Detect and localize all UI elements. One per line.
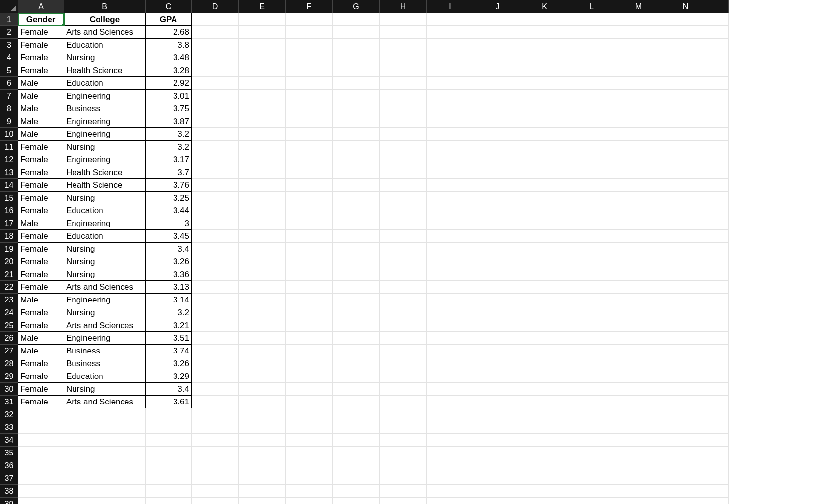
cell-extra-31[interactable] (709, 396, 729, 408)
cell-K34[interactable] (521, 434, 568, 447)
cell-extra-4[interactable] (709, 51, 729, 64)
cell-N4[interactable] (662, 51, 709, 64)
cell-A3[interactable]: Female (18, 39, 64, 51)
cell-L22[interactable] (568, 281, 615, 294)
cell-G18[interactable] (333, 230, 380, 243)
cell-G11[interactable] (333, 141, 380, 153)
cell-F30[interactable] (286, 383, 333, 396)
cell-B35[interactable] (64, 447, 146, 459)
cell-I37[interactable] (427, 472, 474, 485)
cell-A20[interactable]: Female (18, 255, 64, 268)
cell-E35[interactable] (239, 447, 286, 459)
cell-H8[interactable] (380, 102, 427, 115)
cell-D21[interactable] (192, 268, 239, 281)
cell-C21[interactable]: 3.36 (146, 268, 192, 281)
cell-B28[interactable]: Business (64, 357, 146, 370)
cell-E21[interactable] (239, 268, 286, 281)
cell-J3[interactable] (474, 39, 521, 51)
cell-B1[interactable]: College (64, 13, 146, 26)
cell-H12[interactable] (380, 153, 427, 166)
row-header-27[interactable]: 27 (0, 345, 18, 357)
cell-C35[interactable] (146, 447, 192, 459)
cell-F18[interactable] (286, 230, 333, 243)
cell-K8[interactable] (521, 102, 568, 115)
cell-extra-10[interactable] (709, 128, 729, 141)
cell-D23[interactable] (192, 294, 239, 306)
cell-F27[interactable] (286, 345, 333, 357)
cell-K32[interactable] (521, 408, 568, 421)
cell-N13[interactable] (662, 166, 709, 179)
cell-I10[interactable] (427, 128, 474, 141)
cell-I23[interactable] (427, 294, 474, 306)
cell-I21[interactable] (427, 268, 474, 281)
cell-extra-21[interactable] (709, 268, 729, 281)
cell-D15[interactable] (192, 192, 239, 204)
cell-B37[interactable] (64, 472, 146, 485)
cell-E22[interactable] (239, 281, 286, 294)
cell-N2[interactable] (662, 26, 709, 39)
cell-I6[interactable] (427, 77, 474, 90)
cell-D32[interactable] (192, 408, 239, 421)
cell-E17[interactable] (239, 217, 286, 230)
cell-K16[interactable] (521, 204, 568, 217)
cell-I35[interactable] (427, 447, 474, 459)
cell-J14[interactable] (474, 179, 521, 192)
cell-G34[interactable] (333, 434, 380, 447)
cell-A10[interactable]: Male (18, 128, 64, 141)
cell-M25[interactable] (615, 319, 662, 332)
cell-extra-2[interactable] (709, 26, 729, 39)
cell-extra-12[interactable] (709, 153, 729, 166)
row-header-24[interactable]: 24 (0, 306, 18, 319)
cell-H35[interactable] (380, 447, 427, 459)
cell-M27[interactable] (615, 345, 662, 357)
cell-B16[interactable]: Education (64, 204, 146, 217)
cell-M8[interactable] (615, 102, 662, 115)
cell-E16[interactable] (239, 204, 286, 217)
cell-A28[interactable]: Female (18, 357, 64, 370)
cell-C33[interactable] (146, 421, 192, 434)
cell-D16[interactable] (192, 204, 239, 217)
cell-F35[interactable] (286, 447, 333, 459)
cell-I19[interactable] (427, 243, 474, 255)
cell-C32[interactable] (146, 408, 192, 421)
cell-C16[interactable]: 3.44 (146, 204, 192, 217)
cell-B33[interactable] (64, 421, 146, 434)
cell-extra-23[interactable] (709, 294, 729, 306)
column-header-C[interactable]: C (146, 0, 192, 13)
cell-extra-35[interactable] (709, 447, 729, 459)
row-header-37[interactable]: 37 (0, 472, 18, 485)
cell-L5[interactable] (568, 64, 615, 77)
cell-L32[interactable] (568, 408, 615, 421)
cell-A5[interactable]: Female (18, 64, 64, 77)
cell-A34[interactable] (18, 434, 64, 447)
cell-J24[interactable] (474, 306, 521, 319)
cell-G23[interactable] (333, 294, 380, 306)
cell-C2[interactable]: 2.68 (146, 26, 192, 39)
row-header-3[interactable]: 3 (0, 39, 18, 51)
cell-E20[interactable] (239, 255, 286, 268)
cell-extra-29[interactable] (709, 370, 729, 383)
cell-K33[interactable] (521, 421, 568, 434)
cell-C26[interactable]: 3.51 (146, 332, 192, 345)
cell-N34[interactable] (662, 434, 709, 447)
cell-extra-16[interactable] (709, 204, 729, 217)
cell-H39[interactable] (380, 498, 427, 504)
cell-F8[interactable] (286, 102, 333, 115)
cell-D10[interactable] (192, 128, 239, 141)
cell-D2[interactable] (192, 26, 239, 39)
cell-H23[interactable] (380, 294, 427, 306)
cell-J7[interactable] (474, 90, 521, 102)
cell-H10[interactable] (380, 128, 427, 141)
cell-L2[interactable] (568, 26, 615, 39)
cell-J28[interactable] (474, 357, 521, 370)
cell-G31[interactable] (333, 396, 380, 408)
cell-L37[interactable] (568, 472, 615, 485)
cell-H1[interactable] (380, 13, 427, 26)
cell-A36[interactable] (18, 459, 64, 472)
cell-C36[interactable] (146, 459, 192, 472)
cell-J23[interactable] (474, 294, 521, 306)
cell-E30[interactable] (239, 383, 286, 396)
cell-D28[interactable] (192, 357, 239, 370)
cell-J16[interactable] (474, 204, 521, 217)
cell-F13[interactable] (286, 166, 333, 179)
